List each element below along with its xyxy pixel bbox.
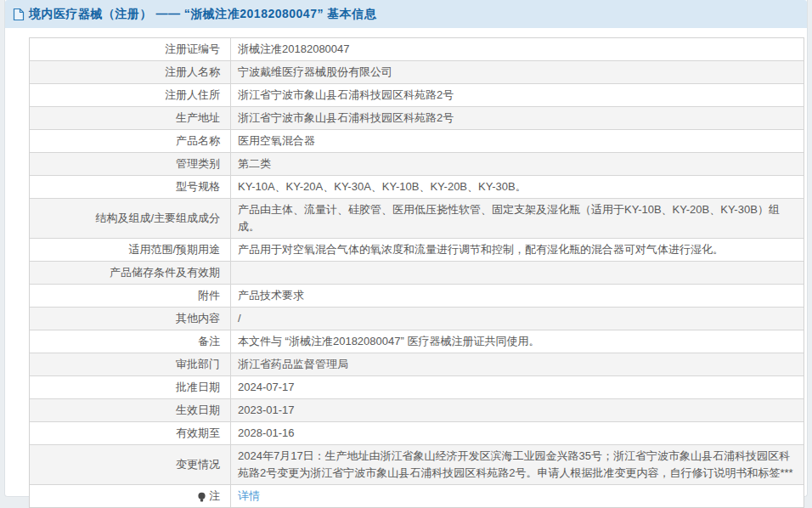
row-value: 2024年7月17日：生产地址由浙江省象山经济开发区滨海工业园金兴路35号；浙江… xyxy=(231,445,804,484)
table-row: 产品名称 医用空氧混合器 xyxy=(30,129,804,152)
row-value: 2023-01-17 xyxy=(231,399,804,421)
row-value: 2028-01-16 xyxy=(231,422,804,444)
row-value: KY-10A、KY-20A、KY-30A、KY-10B、KY-20B、KY-30… xyxy=(231,176,804,198)
table-row: 其他内容 / xyxy=(30,307,804,330)
row-value: 浙江省宁波市象山县石浦科技园区科苑路2号 xyxy=(231,107,804,129)
table-row: 注册人住所 浙江省宁波市象山县石浦科技园区科苑路2号 xyxy=(30,83,804,106)
table-row: 批准日期 2024-07-17 xyxy=(30,375,804,398)
table-row: 适用范围/预期用途 产品用于对空氧混合气体的氧浓度和流量进行调节和控制，配有湿化… xyxy=(30,238,804,261)
table-row: 管理类别 第二类 xyxy=(30,152,804,175)
row-value: 本文件与 “浙械注准20182080047” 医疗器械注册证共同使用。 xyxy=(231,330,804,353)
table-row: 附件 产品技术要求 xyxy=(30,284,804,307)
table-row: 结构及组成/主要组成成分 产品由主体、流量计、硅胶管、医用低压挠性软管、固定支架… xyxy=(30,198,804,238)
page-header: 境内医疗器械（注册） —— “浙械注准20182080047” 基本信息 xyxy=(5,0,807,28)
row-label-text: 注 xyxy=(209,488,220,505)
table-row: 型号规格 KY-10A、KY-20A、KY-30A、KY-10B、KY-20B、… xyxy=(30,175,804,198)
row-label: 适用范围/预期用途 xyxy=(30,239,231,261)
row-value: 产品技术要求 xyxy=(231,285,804,307)
page-title: 境内医疗器械（注册） —— “浙械注准20182080047” 基本信息 xyxy=(29,7,376,22)
row-value: 宁波戴维医疗器械股份有限公司 xyxy=(231,61,804,83)
row-value: 浙江省药品监督管理局 xyxy=(231,353,804,375)
row-label: 备注 xyxy=(30,330,231,353)
row-value: 2024-07-17 xyxy=(231,376,804,398)
row-label: 其他内容 xyxy=(30,308,231,330)
row-value: 产品用于对空氧混合气体的氧浓度和流量进行调节和控制，配有湿化瓶的混合器可对气体进… xyxy=(231,239,804,261)
row-label: 注 xyxy=(30,485,231,507)
content-container: 境内医疗器械（注册） —— “浙械注准20182080047” 基本信息 注册证… xyxy=(4,0,808,497)
table-row: 审批部门 浙江省药品监督管理局 xyxy=(30,353,804,375)
table-row: 有效期至 2028-01-16 xyxy=(30,421,804,444)
table-row: 生效日期 2023-01-17 xyxy=(30,398,804,421)
table-row: 注 详情 xyxy=(30,484,804,507)
row-value: 医用空氧混合器 xyxy=(231,130,804,152)
table-row: 生产地址 浙江省宁波市象山县石浦科技园区科苑路2号 xyxy=(30,106,804,129)
document-icon xyxy=(13,8,25,21)
row-label: 管理类别 xyxy=(30,153,231,175)
row-label: 型号规格 xyxy=(30,176,231,198)
row-label: 附件 xyxy=(30,285,231,307)
row-value: / xyxy=(231,308,804,330)
row-label: 产品名称 xyxy=(30,130,231,152)
table-row: 备注 本文件与 “浙械注准20182080047” 医疗器械注册证共同使用。 xyxy=(30,330,804,353)
row-label: 生产地址 xyxy=(30,107,231,129)
row-label: 变更情况 xyxy=(30,445,231,484)
row-value: 浙江省宁波市象山县石浦科技园区科苑路2号 xyxy=(231,84,804,106)
registration-info-table: 注册证编号 浙械注准20182080047 注册人名称 宁波戴维医疗器械股份有限… xyxy=(29,37,804,508)
row-label: 注册人名称 xyxy=(30,61,231,83)
row-value: 第二类 xyxy=(231,153,804,175)
table-row: 注册人名称 宁波戴维医疗器械股份有限公司 xyxy=(30,60,804,83)
row-value: 产品由主体、流量计、硅胶管、医用低压挠性软管、固定支架及湿化瓶（适用于KY-10… xyxy=(231,199,804,238)
bulb-icon xyxy=(197,492,206,503)
row-label: 结构及组成/主要组成成分 xyxy=(30,199,231,238)
row-value: 详情 xyxy=(231,485,804,507)
details-link[interactable]: 详情 xyxy=(238,488,260,505)
row-label: 审批部门 xyxy=(30,353,231,375)
row-label: 产品储存条件及有效期 xyxy=(30,262,231,284)
row-label: 注册证编号 xyxy=(30,38,231,60)
table-row: 变更情况 2024年7月17日：生产地址由浙江省象山经济开发区滨海工业园金兴路3… xyxy=(30,444,804,484)
row-label: 批准日期 xyxy=(30,376,231,398)
row-label: 注册人住所 xyxy=(30,84,231,106)
table-row: 产品储存条件及有效期 xyxy=(30,261,804,284)
row-value xyxy=(231,262,804,284)
row-label: 有效期至 xyxy=(30,422,231,444)
row-value: 浙械注准20182080047 xyxy=(231,38,804,60)
table-row: 注册证编号 浙械注准20182080047 xyxy=(30,38,804,60)
row-label: 生效日期 xyxy=(30,399,231,421)
